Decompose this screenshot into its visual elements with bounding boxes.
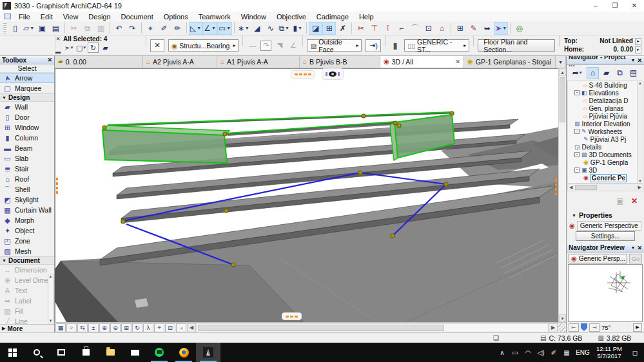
clock[interactable]: 12:11 PM 5/7/2017 xyxy=(592,345,626,359)
suspend-groups-button[interactable]: ⧉▼ xyxy=(277,22,291,35)
fit-in-window-button[interactable]: ⊡ xyxy=(165,323,175,332)
tab-close-icon[interactable]: ✕ xyxy=(453,59,460,65)
menu-objective[interactable]: Objective xyxy=(271,13,311,21)
favorites-folder-button[interactable]: ▰ xyxy=(100,43,111,53)
dropdown-arrow-icon[interactable]: ▾ xyxy=(71,45,73,50)
chevron-up-icon[interactable]: ∧ xyxy=(496,349,509,356)
stretch-button[interactable]: ⊡ xyxy=(422,22,435,35)
tree-expander-icon[interactable]: − xyxy=(574,90,580,95)
move-options-button[interactable]: ✕ xyxy=(150,39,164,52)
toolbox-item-beam[interactable]: ▬Beam xyxy=(0,143,54,153)
clear-button[interactable]: ✗ xyxy=(336,22,349,35)
tree-item-generic-pe[interactable]: ◉Generic Pe xyxy=(568,174,643,182)
toolbox-more-section[interactable]: ▶ More xyxy=(0,324,54,332)
resize-grip[interactable] xyxy=(558,323,565,332)
toolbox-item-skylight[interactable]: ◩Skylight xyxy=(0,195,54,205)
settings-button[interactable]: Settings... xyxy=(576,231,635,241)
tree-item-pj-viai-a3-pj[interactable]: ✎Pjūviai A3 Pj xyxy=(568,135,643,143)
fillet-button[interactable]: ⌒ xyxy=(408,22,422,35)
inject-parameters-button[interactable]: ✏ xyxy=(171,22,184,35)
marquee-settings-button[interactable]: ▢▾ xyxy=(75,43,86,53)
volume-icon[interactable]: ◁) xyxy=(534,349,547,356)
toolbox-item-object[interactable]: ✦Object xyxy=(0,225,54,236)
redo-button[interactable]: ↷ xyxy=(126,22,139,35)
scroll-thumb[interactable] xyxy=(575,185,597,190)
dropdown-arrow-icon[interactable]: ▼ xyxy=(211,26,216,30)
new-file-button[interactable]: ▯ xyxy=(8,22,22,35)
toolbox-scrollbar[interactable]: ▲▼ xyxy=(48,274,54,323)
toolbox-item-shell[interactable]: ⌒Shell xyxy=(0,184,54,195)
guide-lines-button[interactable]: ◺▼ xyxy=(189,22,202,35)
save-button[interactable]: ▣ xyxy=(35,22,49,35)
scroll-up-icon[interactable]: ▲ xyxy=(559,68,566,76)
fit-left-button[interactable]: ⊢ xyxy=(569,323,579,332)
zoom-out-button[interactable]: ⊖ xyxy=(110,323,121,332)
edit-plane-widget-bottom[interactable] xyxy=(282,312,302,320)
toolbox-item-marquee[interactable]: ▢Marquee xyxy=(0,83,54,93)
tab-a2-pjuvis-a-a[interactable]: ⌂A2 Pjuvis A-A xyxy=(143,56,217,68)
taskbar-app-mail[interactable] xyxy=(122,343,147,362)
preview-menu-icon[interactable]: ▼ xyxy=(631,245,636,250)
keyboard-icon[interactable]: ▦ xyxy=(560,349,573,356)
scroll-thumb[interactable] xyxy=(198,325,444,331)
snap-points-button[interactable]: ▭▼ xyxy=(217,22,232,35)
pen-icon[interactable]: ✐ xyxy=(547,349,560,356)
virtual-trace-button[interactable]: ⊞ xyxy=(322,22,336,35)
snap-guides-button[interactable]: ∠▼ xyxy=(202,22,217,35)
floor-plan-display-button[interactable]: Floor Plan and Section... xyxy=(478,39,555,52)
view-map-button[interactable]: ▰ xyxy=(600,67,612,79)
menu-teamwork[interactable]: Teamwork xyxy=(193,13,236,21)
teamwork-status-button[interactable]: ◎ xyxy=(512,22,526,35)
window-stack-icon[interactable]: ❏ xyxy=(493,334,499,341)
view-styles-button[interactable]: ▦ xyxy=(55,323,66,332)
tree-item-details[interactable]: ◲Details xyxy=(568,143,643,151)
open-file-button[interactable]: ▱▼ xyxy=(22,22,35,35)
tree-vertical-scrollbar[interactable]: ▲▼ xyxy=(637,81,643,183)
dropdown-arrow-icon[interactable]: ▼ xyxy=(30,26,34,30)
open-object-button[interactable]: ⊞ xyxy=(453,22,467,35)
toolbox-item-wall[interactable]: ▰Wall xyxy=(0,102,54,112)
pick-up-parameters-button[interactable]: ✐ xyxy=(157,22,171,35)
edit-plane-widget[interactable] xyxy=(291,70,315,79)
scroll-right-icon[interactable]: ▶ xyxy=(549,323,558,332)
tree-item-elevations[interactable]: −◧Elevations xyxy=(568,89,643,97)
cutting-planes-button[interactable]: ◪ xyxy=(309,22,322,35)
tree-item-worksheets[interactable]: −✎Worksheets xyxy=(568,128,643,135)
toolbox-item-mesh[interactable]: ▨Mesh xyxy=(0,246,54,256)
preview-viewpoint-dropdown[interactable]: ◉ Generic Persp... xyxy=(569,254,627,263)
menu-cadimage[interactable]: Cadimage xyxy=(311,13,354,21)
tree-item-s-46-building[interactable]: ⌂S-46 Building xyxy=(568,81,643,89)
flip-button[interactable]: ⇥) xyxy=(366,39,381,52)
tree-item-pj-viai-pj-via[interactable]: ⌂Pjūviai Pjūvia xyxy=(568,112,643,120)
toolbox-item-arrow[interactable]: ➤Arrow xyxy=(0,73,54,83)
scroll-right-icon[interactable]: ▶ xyxy=(637,185,643,190)
menu-edit[interactable]: Edit xyxy=(35,13,58,21)
fit-right-button[interactable]: ⊣ xyxy=(589,323,600,332)
print-button[interactable]: ▤ xyxy=(49,22,63,35)
toolbox-item-stair[interactable]: ≣Stair xyxy=(0,164,54,174)
navigator-close-icon[interactable]: ✕ xyxy=(637,57,642,64)
tree-expander-icon[interactable]: − xyxy=(574,129,580,134)
view-eye-widget[interactable] xyxy=(322,68,344,80)
scroll-left-icon[interactable]: ◀ xyxy=(568,185,574,190)
toolbox-item-door[interactable]: ▯Door xyxy=(0,112,54,122)
paint-elements-button[interactable]: ✎ xyxy=(467,22,480,35)
roof-edit-button[interactable]: ⌂ xyxy=(435,22,449,35)
feather-button[interactable]: ∿ xyxy=(264,22,277,35)
menu-document[interactable]: Document xyxy=(116,13,159,21)
3d-viewport[interactable]: ▲ ▼ xyxy=(55,68,566,322)
zoom-in-button[interactable]: ⊕ xyxy=(99,323,110,332)
look-to-button[interactable]: ⌖ xyxy=(154,323,164,332)
preview-close-icon[interactable]: ✕ xyxy=(637,245,642,251)
morph-edit-button[interactable]: ➤▼ xyxy=(494,22,508,35)
composite-dropdown[interactable]: ▯▯ GENERIC - ST... ▸ xyxy=(404,39,469,52)
undo-button[interactable]: ↶ xyxy=(112,22,126,35)
tree-expander-icon[interactable]: − xyxy=(574,152,580,157)
battery-icon[interactable]: ▭ xyxy=(509,349,522,356)
layout-book-button[interactable]: ⧉ xyxy=(614,67,626,79)
info-box-close-icon[interactable]: ✕ xyxy=(56,36,61,42)
language-indicator[interactable]: ENG xyxy=(573,349,592,356)
tab-overflow-button[interactable]: ▾ xyxy=(556,56,566,68)
toolbox-design-section[interactable]: ▼ Design xyxy=(0,93,54,102)
camera-position-marker[interactable] xyxy=(581,323,587,331)
